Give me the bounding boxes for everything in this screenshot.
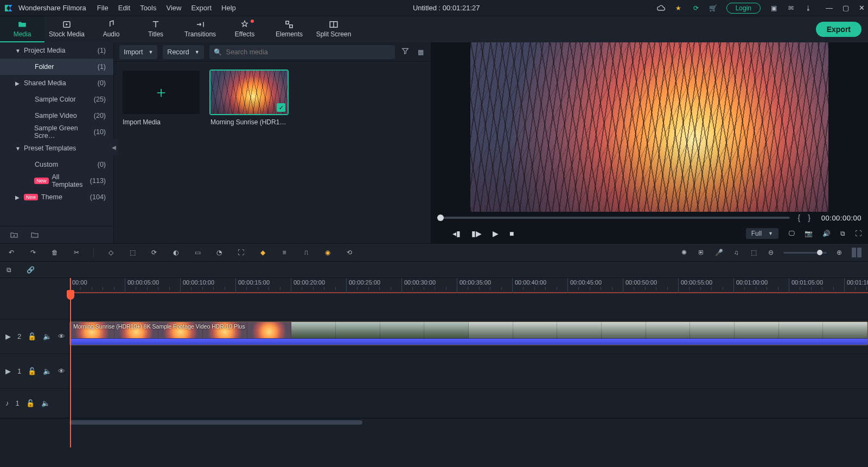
folder-icon[interactable] — [30, 231, 39, 239]
volume-icon[interactable]: 🔊 — [822, 230, 831, 237]
import-media-thumb[interactable]: ＋ — [123, 71, 200, 114]
monitor-icon[interactable]: 🖵 — [788, 230, 795, 237]
timeline-view-toggle[interactable] — [852, 248, 861, 257]
sidebar-item-sample-color[interactable]: Sample Color(25) — [0, 91, 113, 108]
speed-icon[interactable]: ⟳ — [149, 249, 159, 256]
voiceover-icon[interactable]: 🎤 — [714, 249, 724, 256]
mute-icon[interactable]: 🔈 — [43, 332, 52, 340]
mute-icon[interactable]: 🔈 — [43, 367, 52, 375]
filter-icon[interactable] — [400, 47, 410, 57]
render-icon[interactable]: ⟲ — [344, 249, 354, 256]
shield-icon[interactable]: ⛨ — [697, 249, 706, 256]
search-box[interactable]: 🔍 — [209, 45, 395, 59]
preview-canvas[interactable] — [470, 42, 828, 212]
visibility-icon[interactable]: 👁 — [58, 367, 65, 375]
menu-help[interactable]: Help — [221, 4, 236, 12]
mark-in-icon[interactable]: { — [797, 213, 800, 222]
sidebar-item-preset-templates[interactable]: ▼Preset Templates — [0, 140, 113, 156]
audio-mixer-icon[interactable]: ⎍ — [301, 249, 311, 256]
mark-out-icon[interactable]: } — [808, 213, 810, 222]
sidebar-item-shared-media[interactable]: ▶Shared Media(0) — [0, 75, 113, 91]
prev-frame-button[interactable]: ◂▮ — [452, 229, 461, 238]
lock-icon[interactable]: 🔓 — [28, 367, 36, 375]
audio-sync-icon[interactable]: ◉ — [323, 249, 333, 256]
timer-icon[interactable]: ◔ — [214, 249, 224, 256]
tab-titles[interactable]: Titles — [133, 16, 178, 42]
menu-edit[interactable]: Edit — [118, 4, 130, 12]
stop-button[interactable]: ■ — [509, 229, 514, 238]
menu-export[interactable]: Export — [191, 4, 212, 12]
export-button[interactable]: Export — [816, 22, 861, 37]
menu-file[interactable]: File — [97, 4, 108, 12]
tag-icon[interactable]: ◇ — [106, 249, 116, 256]
timeline-link-icon[interactable]: 🔗 — [27, 266, 35, 274]
ruler[interactable]: 00:0000:00:05:0000:00:10:0000:00:15:0000… — [0, 278, 868, 293]
download-icon[interactable]: ⭳ — [804, 4, 813, 12]
search-input[interactable] — [226, 48, 391, 56]
delete-button[interactable]: 🗑 — [50, 249, 60, 256]
tab-effects[interactable]: Effects — [222, 16, 267, 42]
media-clip-card[interactable]: ✓ Morning Sunrise (HDR10… — [210, 71, 288, 126]
crop-icon[interactable]: ⬚ — [127, 249, 137, 256]
scrollbar-thumb[interactable] — [69, 420, 362, 425]
grid-view-icon[interactable]: ▦ — [416, 48, 425, 56]
pip-icon[interactable]: ⧉ — [840, 230, 845, 237]
video-track-2-content[interactable]: Morning Sunrise (HDR10+) 8K Sample Foota… — [69, 319, 868, 354]
window-close[interactable]: ✕ — [859, 4, 865, 12]
window-minimize[interactable]: — — [826, 4, 833, 12]
menu-view[interactable]: View — [166, 4, 181, 12]
scrub-track[interactable] — [437, 217, 790, 219]
keyframe-icon[interactable]: ◆ — [258, 249, 267, 256]
audio-panel-icon[interactable]: ♫ — [731, 249, 741, 256]
sidebar-item-theme[interactable]: ▶NewTheme(104) — [0, 189, 113, 205]
zoom-out-button[interactable]: ⊖ — [766, 249, 776, 256]
tab-stock-media[interactable]: Stock Media — [44, 16, 89, 42]
expand-icon[interactable]: ⬚ — [749, 249, 758, 256]
tab-elements[interactable]: Elements — [267, 16, 311, 42]
redo-button[interactable]: ↷ — [28, 249, 38, 256]
zoom-handle[interactable] — [817, 250, 822, 255]
cut-button[interactable]: ✂ — [72, 249, 81, 256]
sidebar-item-folder[interactable]: Folder(1) — [0, 59, 113, 75]
play-button[interactable]: ▮▶ — [471, 229, 482, 238]
sidebar-item-sample-green-scre-[interactable]: Sample Green Scre…(10) — [0, 124, 113, 140]
adjust-icon[interactable]: ≡ — [279, 249, 289, 256]
window-maximize[interactable]: ▢ — [843, 4, 849, 12]
tab-transitions[interactable]: Transitions — [178, 16, 222, 42]
save-icon[interactable]: ▣ — [769, 4, 778, 12]
video-track-1-content[interactable] — [69, 354, 868, 388]
timeline-layers-icon[interactable]: ⧉ — [7, 266, 11, 274]
tab-split-screen[interactable]: Split Screen — [311, 16, 356, 42]
audio-track-1-content[interactable] — [69, 389, 868, 418]
timeline-clip[interactable]: Morning Sunrise (HDR10+) 8K Sample Foota… — [69, 321, 868, 345]
sidebar-item-all-templates[interactable]: NewAll Templates(113) — [0, 173, 113, 189]
sidebar-item-project-media[interactable]: ▼Project Media(1) — [0, 42, 113, 59]
refresh-icon[interactable]: ⟳ — [692, 4, 700, 12]
lock-icon[interactable]: 🔓 — [28, 332, 36, 340]
playhead-knob[interactable] — [67, 290, 74, 300]
login-button[interactable]: Login — [726, 3, 761, 14]
sidebar-item-custom[interactable]: Custom(0) — [0, 156, 113, 173]
import-dropdown[interactable]: Import▼ — [119, 45, 157, 59]
tab-audio[interactable]: Audio — [89, 16, 133, 42]
sidebar-collapse-handle[interactable]: ◀ — [110, 139, 118, 155]
record-dropdown[interactable]: Record▼ — [163, 45, 203, 59]
zoom-slider[interactable] — [783, 252, 827, 254]
fullscreen-icon[interactable]: ⛶ — [855, 230, 861, 237]
playhead[interactable] — [70, 278, 71, 447]
play-forward-button[interactable]: ▶ — [493, 229, 499, 238]
undo-button[interactable]: ↶ — [7, 249, 16, 256]
cart-icon[interactable]: 🛒 — [709, 4, 718, 12]
quality-select[interactable]: Full▼ — [746, 228, 778, 239]
timeline-horizontal-scrollbar[interactable] — [0, 418, 868, 426]
tab-media[interactable]: Media — [0, 16, 44, 42]
color-icon[interactable]: ◐ — [171, 249, 181, 256]
visibility-icon[interactable]: 👁 — [58, 332, 65, 340]
lock-icon[interactable]: 🔓 — [26, 399, 35, 407]
lightbulb-icon[interactable]: ★ — [674, 4, 683, 12]
scrub-handle[interactable] — [437, 214, 444, 221]
import-media-card[interactable]: ＋ Import Media — [123, 71, 200, 126]
cloud-icon[interactable] — [657, 4, 666, 12]
mute-icon[interactable]: 🔈 — [41, 399, 50, 407]
marker-list-icon[interactable]: ✺ — [679, 249, 689, 256]
